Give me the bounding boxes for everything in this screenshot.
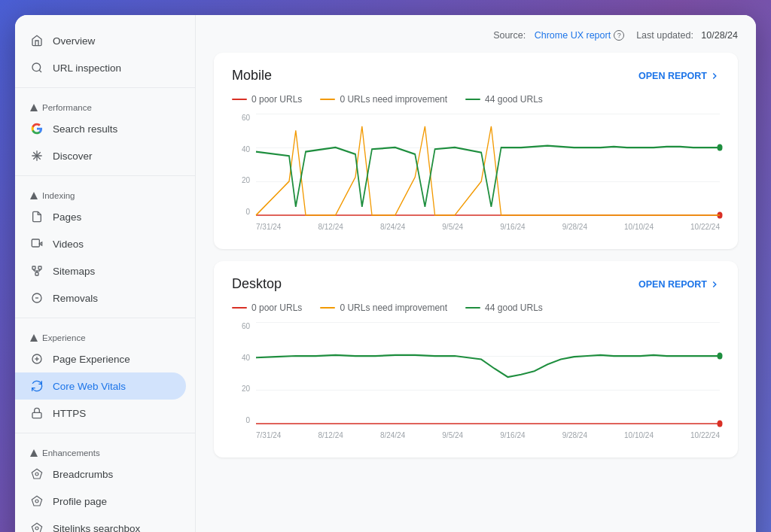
- sidebar-item-videos[interactable]: Videos: [15, 230, 186, 257]
- svg-point-0: [32, 63, 41, 71]
- mobile-chart-x-labels: 7/31/248/12/248/24/249/5/249/16/249/28/2…: [256, 219, 720, 234]
- legend-good-desktop: 44 good URLs: [465, 302, 543, 313]
- sidebar-item-page-experience[interactable]: Page Experience: [15, 345, 186, 372]
- svg-rect-8: [32, 239, 39, 247]
- sidebar-item-sitemaps[interactable]: Sitemaps: [15, 257, 186, 284]
- divider: [15, 318, 195, 318]
- sidebar-item-label: Videos: [53, 239, 84, 250]
- legend-poor-label-desktop: 0 poor URLs: [251, 302, 302, 313]
- diamond-icon-3: [30, 521, 44, 532]
- svg-point-35: [717, 421, 722, 427]
- app-container: Overview URL inspection Performance: [15, 15, 756, 532]
- desktop-chart-body: [256, 322, 720, 424]
- sidebar-item-core-web-vitals[interactable]: Core Web Vitals: [15, 372, 186, 400]
- source-value: Chrome UX report: [535, 30, 611, 41]
- desktop-chart-svg: [256, 322, 720, 424]
- question-icon[interactable]: ?: [614, 30, 624, 41]
- legend-poor-line: [232, 99, 247, 101]
- svg-rect-11: [38, 266, 41, 269]
- legend-improvement: 0 URLs need improvement: [320, 94, 447, 105]
- legend-improvement-line: [320, 99, 335, 101]
- mobile-chart-svg: [256, 114, 720, 215]
- sidebar-item-label: Sitemaps: [53, 266, 95, 277]
- circle-plus-icon: [30, 352, 44, 366]
- mobile-legend: 0 poor URLs 0 URLs need improvement 44 g…: [232, 94, 720, 105]
- sidebar-item-label: Page Experience: [53, 354, 130, 365]
- svg-marker-2: [30, 104, 38, 111]
- svg-marker-27: [32, 496, 41, 506]
- source-label: Source:: [493, 30, 526, 41]
- diamond-icon-2: [30, 494, 44, 508]
- svg-rect-23: [32, 412, 41, 418]
- svg-marker-19: [30, 334, 38, 342]
- sidebar-item-breadcrumbs[interactable]: Breadcrumbs: [15, 461, 186, 488]
- legend-improvement-label-desktop: 0 URLs need improvement: [340, 302, 447, 313]
- svg-rect-12: [35, 272, 38, 275]
- sidebar-item-pages[interactable]: Pages: [15, 203, 186, 230]
- mobile-card-header: Mobile OPEN REPORT: [232, 68, 720, 84]
- svg-marker-7: [30, 192, 38, 199]
- desktop-card-title: Desktop: [232, 276, 282, 292]
- sidebar-item-label: URL inspection: [53, 62, 121, 74]
- last-updated: Last updated: 10/28/24: [636, 30, 738, 41]
- sidebar-item-label: HTTPS: [53, 408, 86, 419]
- legend-poor: 0 poor URLs: [232, 94, 302, 105]
- desktop-card: Desktop OPEN REPORT 0 poor URLs 0 URLs n…: [214, 261, 738, 458]
- section-indexing: Indexing: [15, 182, 195, 203]
- sidebar-item-sitelinks-searchbox[interactable]: Sitelinks searchbox: [15, 515, 186, 532]
- sidebar-item-label: Overview: [53, 35, 95, 47]
- home-icon: [30, 34, 44, 47]
- sidebar-item-label: Sitelinks searchbox: [53, 523, 140, 533]
- svg-marker-24: [30, 449, 38, 457]
- asterisk-icon: [30, 149, 44, 163]
- sidebar-item-profile-page[interactable]: Profile page: [15, 488, 186, 515]
- sidebar-item-label: Search results: [53, 123, 117, 135]
- sidebar-item-overview[interactable]: Overview: [15, 27, 186, 54]
- legend-good-label: 44 good URLs: [485, 94, 543, 105]
- sidebar-item-label: Discover: [53, 150, 93, 162]
- mobile-card-title: Mobile: [232, 68, 272, 84]
- section-performance: Performance: [15, 94, 195, 115]
- svg-point-28: [35, 500, 38, 503]
- sidebar-item-label: Removals: [53, 293, 98, 304]
- diamond-icon: [30, 467, 44, 481]
- desktop-card-header: Desktop OPEN REPORT: [232, 276, 720, 292]
- legend-good: 44 good URLs: [465, 94, 543, 105]
- video-icon: [30, 237, 44, 251]
- sitemap-icon: [30, 264, 44, 278]
- mobile-open-report-button[interactable]: OPEN REPORT: [638, 71, 720, 81]
- legend-good-line: [465, 99, 480, 101]
- last-updated-label: Last updated:: [636, 30, 693, 41]
- svg-point-30: [35, 527, 38, 530]
- google-icon: [30, 122, 44, 135]
- sidebar-item-discover[interactable]: Discover: [15, 142, 186, 169]
- sidebar: Overview URL inspection Performance: [15, 15, 196, 532]
- top-bar: Source: Chrome UX report ? Last updated:…: [214, 30, 738, 41]
- divider: [15, 433, 195, 433]
- svg-point-26: [35, 473, 38, 476]
- divider: [15, 175, 195, 176]
- sidebar-item-https[interactable]: HTTPS: [15, 400, 186, 427]
- legend-poor-label: 0 poor URLs: [251, 94, 302, 105]
- legend-improvement-label: 0 URLs need improvement: [340, 94, 447, 105]
- last-updated-value: 10/28/24: [701, 30, 738, 41]
- lock-icon: [30, 406, 44, 420]
- sidebar-item-url-inspection[interactable]: URL inspection: [15, 54, 186, 81]
- svg-line-1: [39, 70, 41, 72]
- sidebar-item-search-results[interactable]: Search results: [15, 115, 186, 142]
- mobile-chart-y-labels: 6040200: [232, 114, 253, 216]
- main-content: Source: Chrome UX report ? Last updated:…: [196, 15, 756, 532]
- legend-good-label-desktop: 44 good URLs: [485, 302, 543, 313]
- mobile-chart-body: [256, 114, 720, 216]
- svg-rect-10: [32, 266, 35, 269]
- legend-poor-desktop: 0 poor URLs: [232, 302, 302, 313]
- desktop-chart: 6040200 7/: [232, 322, 720, 442]
- desktop-open-report-button[interactable]: OPEN REPORT: [638, 279, 720, 290]
- mobile-card: Mobile OPEN REPORT 0 poor URLs 0 URLs ne…: [214, 53, 738, 249]
- sidebar-item-removals[interactable]: Removals: [15, 284, 186, 312]
- desktop-chart-x-labels: 7/31/248/12/248/24/249/5/249/16/249/28/2…: [256, 427, 720, 442]
- section-enhancements: Enhancements: [15, 439, 195, 461]
- legend-good-line-desktop: [465, 307, 480, 309]
- svg-marker-25: [32, 469, 41, 479]
- legend-improvement-desktop: 0 URLs need improvement: [320, 302, 447, 313]
